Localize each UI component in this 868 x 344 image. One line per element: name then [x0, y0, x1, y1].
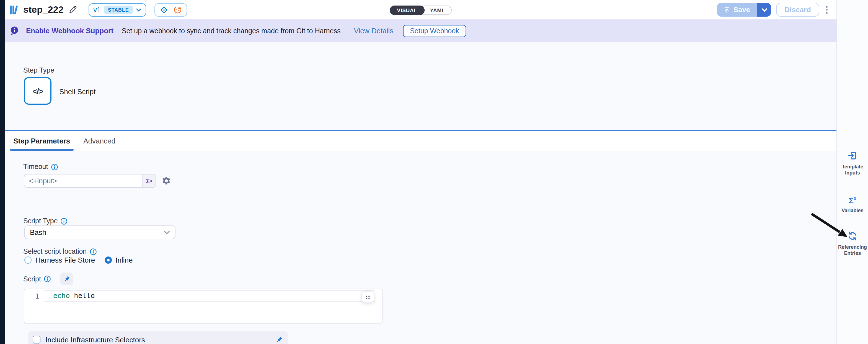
- referencing-entries-icon: [847, 231, 858, 241]
- main-panel: step_222 v1 STABLE: [5, 0, 836, 344]
- save-split-button: Save: [717, 3, 771, 17]
- collapsed-nav-strip: [0, 0, 5, 344]
- script-type-value: Bash: [30, 228, 46, 236]
- rail-label: Variables: [838, 208, 867, 213]
- webhook-banner: Enable Webhook Support Set up a webhook …: [5, 19, 836, 42]
- variables-icon: Σx: [848, 195, 857, 204]
- rail-label: Template Inputs: [840, 164, 865, 176]
- discard-button[interactable]: Discard: [776, 3, 819, 17]
- header: step_222 v1 STABLE: [5, 0, 836, 19]
- version-stable-badge: STABLE: [104, 5, 132, 14]
- more-options-button[interactable]: [824, 4, 829, 15]
- rail-item-variables[interactable]: Σx Variables: [837, 195, 868, 213]
- pin-runtime-input-button[interactable]: [60, 273, 73, 285]
- info-bubble-icon: [10, 26, 19, 35]
- tabbar: Step Parameters Advanced: [5, 130, 836, 151]
- script-code-editor[interactable]: 1 echo hello: [24, 289, 382, 323]
- banner-title: Enable Webhook Support: [26, 27, 114, 35]
- gear-icon[interactable]: [162, 176, 171, 185]
- entity-badges-group: [154, 3, 187, 16]
- script-label: Script: [23, 275, 41, 283]
- step-type-value: Shell Script: [59, 88, 96, 96]
- line-number: 1: [24, 292, 39, 300]
- version-selector[interactable]: v1 STABLE: [89, 3, 146, 16]
- view-details-link[interactable]: View Details: [354, 27, 394, 35]
- save-label: Save: [734, 5, 750, 14]
- code-keyword: echo: [53, 291, 70, 300]
- include-infra-row: Include Infrastructure Selectors: [28, 331, 288, 344]
- toggle-visual[interactable]: VISUAL: [390, 5, 424, 15]
- git-sync-icon[interactable]: [159, 5, 168, 14]
- template-right-rail: Template Inputs Σx Variables Referencing…: [836, 0, 868, 344]
- toggle-yaml[interactable]: YAML: [424, 6, 451, 15]
- editor-scrollbar[interactable]: [375, 290, 375, 322]
- info-icon: [44, 275, 51, 283]
- template-library-icon: [9, 5, 18, 15]
- script-location-label: Select script location: [23, 248, 87, 255]
- pin-icon: [275, 336, 283, 343]
- pin-icon: [63, 275, 70, 283]
- timeout-input-wrap: Σx: [24, 174, 156, 188]
- info-icon: [89, 248, 97, 255]
- template-studio-page: step_222 v1 STABLE: [0, 0, 868, 344]
- script-location-radios: Harness File Store Inline: [24, 256, 132, 264]
- step-type-card[interactable]: </>: [24, 77, 52, 105]
- chevron-down-icon: [136, 8, 141, 11]
- radio-label-inline: Inline: [116, 256, 132, 264]
- cache-icon[interactable]: [173, 5, 182, 14]
- setup-webhook-button[interactable]: Setup Webhook: [403, 25, 466, 37]
- radio-label-file-store: Harness File Store: [35, 256, 95, 264]
- script-type-select[interactable]: Bash: [24, 226, 176, 239]
- banner-message: Set up a webhook to sync and track chang…: [122, 27, 341, 35]
- section-divider: [23, 207, 400, 207]
- version-label: v1: [94, 6, 101, 13]
- chevron-down-icon: [164, 230, 170, 234]
- step-form: Step Type </> Shell Script Step Paramete…: [5, 42, 836, 344]
- script-type-label: Script Type: [23, 217, 58, 225]
- rail-item-template-inputs[interactable]: Template Inputs: [837, 151, 868, 176]
- save-button[interactable]: Save: [717, 3, 757, 17]
- fullscreen-icon: [365, 294, 370, 300]
- tab-advanced[interactable]: Advanced: [80, 131, 119, 151]
- include-infra-checkbox[interactable]: [33, 336, 40, 343]
- template-inputs-icon: [847, 151, 858, 161]
- timeout-label: Timeout: [23, 163, 48, 171]
- radio-inline[interactable]: [104, 256, 112, 264]
- expression-icon[interactable]: Σx: [142, 174, 156, 187]
- page-title: step_222: [23, 4, 64, 15]
- step-type-label: Step Type: [23, 66, 54, 74]
- chevron-down-icon: [762, 8, 767, 11]
- upload-icon: [723, 6, 730, 13]
- include-infra-label: Include Infrastructure Selectors: [45, 336, 145, 344]
- pin-runtime-input-button[interactable]: [275, 336, 283, 343]
- timeout-input[interactable]: [24, 177, 142, 185]
- radio-harness-file-store[interactable]: [24, 256, 32, 264]
- edit-name-icon[interactable]: [69, 5, 77, 14]
- rail-item-referencing-entries[interactable]: Referencing Entries: [837, 231, 868, 256]
- info-icon: [61, 218, 68, 225]
- tab-step-parameters[interactable]: Step Parameters: [10, 131, 73, 151]
- rail-label: Referencing Entries: [838, 244, 867, 256]
- info-icon: [51, 163, 58, 170]
- code-line: echo hello: [53, 291, 95, 300]
- save-options-button[interactable]: [757, 3, 771, 17]
- visual-yaml-toggle: VISUAL YAML: [390, 5, 452, 15]
- expand-editor-button[interactable]: [362, 292, 374, 303]
- code-icon: </>: [32, 86, 42, 95]
- code-text: hello: [70, 291, 95, 300]
